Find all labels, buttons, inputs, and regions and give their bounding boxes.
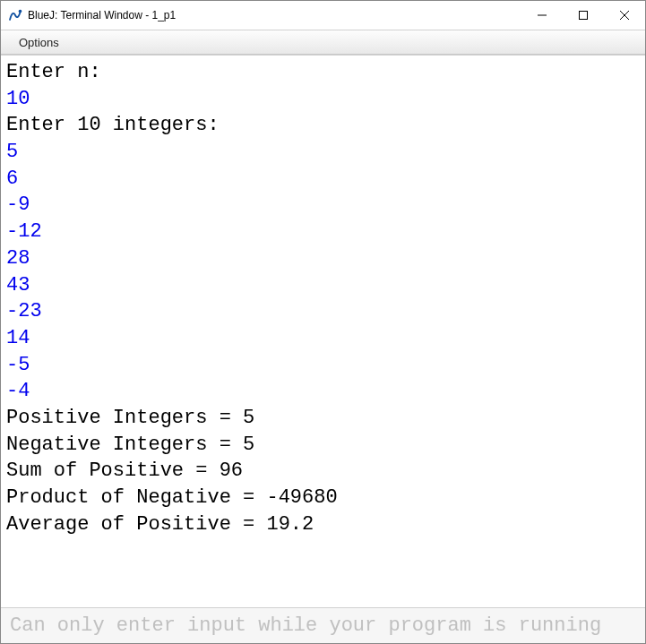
menu-options[interactable]: Options [12, 34, 66, 51]
terminal-input-line: 6 [6, 166, 640, 193]
svg-point-0 [19, 10, 22, 13]
terminal-input-line: -9 [6, 192, 640, 219]
titlebar-left: BlueJ: Terminal Window - 1_p1 [8, 8, 176, 22]
menubar: Options [1, 30, 645, 55]
maximize-button[interactable] [563, 1, 604, 30]
status-message: Can only enter input while your program … [10, 614, 601, 637]
window-title: BlueJ: Terminal Window - 1_p1 [28, 9, 176, 21]
terminal-window: BlueJ: Terminal Window - 1_p1 Options En… [0, 0, 646, 644]
titlebar: BlueJ: Terminal Window - 1_p1 [1, 1, 645, 30]
bluej-icon [8, 8, 22, 22]
terminal-output-line: Sum of Positive = 96 [6, 458, 640, 485]
terminal-input-line: 43 [6, 272, 640, 299]
terminal-input-line: 10 [6, 86, 640, 113]
terminal-output-line: Product of Negative = -49680 [6, 485, 640, 511]
terminal-input-line: 14 [6, 325, 640, 352]
terminal-input-line: 28 [6, 245, 640, 272]
terminal-output[interactable]: Enter n:10Enter 10 integers:56-9-122843-… [1, 55, 645, 607]
titlebar-controls [521, 1, 645, 30]
svg-rect-2 [580, 12, 588, 20]
terminal-input-line: -12 [6, 219, 640, 245]
terminal-output-line: Positive Integers = 5 [6, 405, 640, 432]
terminal-output-line: Negative Integers = 5 [6, 432, 640, 459]
terminal-output-line: Average of Positive = 19.2 [6, 511, 640, 538]
terminal-input-line: -4 [6, 378, 640, 405]
close-button[interactable] [604, 1, 645, 30]
terminal-input-line: 5 [6, 139, 640, 166]
terminal-output-line: Enter n: [6, 59, 640, 86]
terminal-input-line: -23 [6, 298, 640, 325]
status-bar: Can only enter input while your program … [1, 607, 645, 643]
terminal-output-line: Enter 10 integers: [6, 112, 640, 139]
minimize-button[interactable] [521, 1, 563, 30]
terminal-input-line: -5 [6, 352, 640, 379]
